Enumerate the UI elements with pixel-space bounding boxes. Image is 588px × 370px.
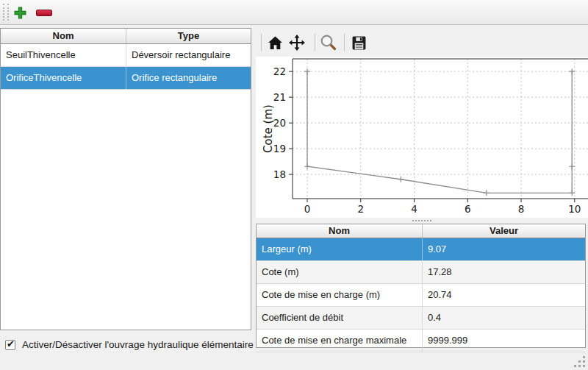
svg-text:22: 22 (273, 65, 286, 77)
param-row-cote-maximale[interactable]: Cote de mise en charge maximale 9999.999 (257, 330, 585, 352)
window-resize-grip[interactable] (574, 356, 586, 368)
param-row-largeur-selected[interactable]: Largeur (m) 9.07 (257, 238, 585, 261)
add-structure-button[interactable] (10, 3, 29, 22)
svg-text:21: 21 (273, 91, 286, 103)
zoom-button[interactable] (318, 32, 339, 53)
floppy-save-icon (351, 35, 367, 51)
cell-param-value[interactable]: 9999.999 (423, 330, 585, 352)
parameters-table-header: Nom Valeur (257, 224, 585, 238)
svg-text:8: 8 (518, 203, 525, 215)
svg-text:0: 0 (304, 203, 311, 215)
cell-nom[interactable]: SeuilThivencelle (1, 44, 126, 66)
structures-table-header: Nom Type (1, 29, 251, 44)
toolbar-drag-handle[interactable] (3, 4, 9, 21)
cell-param-name[interactable]: Cote de mise en charge (m) (257, 284, 423, 306)
y-axis-label: Cote (m) (262, 104, 275, 153)
cell-param-name[interactable]: Coefficient de débit (257, 307, 423, 329)
horizontal-splitter[interactable] (256, 218, 588, 224)
column-header-valeur: Valeur (423, 224, 585, 238)
svg-text:2: 2 (357, 203, 364, 215)
cell-param-name[interactable]: Cote (m) (257, 261, 423, 283)
minus-icon (36, 10, 52, 16)
home-icon (268, 35, 283, 51)
pan-button[interactable] (287, 32, 307, 53)
magnifier-icon (320, 34, 337, 51)
svg-text:20: 20 (273, 117, 286, 129)
pan-icon (288, 34, 306, 51)
svg-text:4: 4 (411, 203, 417, 215)
svg-text:19: 19 (273, 143, 286, 154)
param-row-coefficient[interactable]: Coefficient de débit 0.4 (257, 307, 585, 330)
svg-text:6: 6 (465, 203, 471, 215)
toolbar-separator (315, 34, 315, 51)
svg-text:18: 18 (273, 168, 286, 180)
activate-structure-row: Activer/Désactiver l'ouvrage hydraulique… (5, 339, 254, 350)
cell-param-value[interactable]: 9.07 (423, 238, 585, 260)
profile-plot: 18192021220246810 (256, 57, 588, 218)
toolbar-separator (261, 34, 262, 51)
main-toolbar (0, 0, 588, 25)
cell-param-name[interactable]: Largeur (m) (257, 238, 423, 260)
cell-nom[interactable]: OrificeThivencelle (1, 67, 126, 89)
param-row-cote-mise-en-charge[interactable]: Cote de mise en charge (m) 20.74 (257, 284, 585, 307)
param-row-cote[interactable]: Cote (m) 17.28 (257, 261, 585, 284)
splitter-grip-icon (412, 220, 431, 221)
svg-text:10: 10 (568, 203, 581, 215)
save-button[interactable] (348, 32, 369, 53)
cell-param-value[interactable]: 17.28 (423, 261, 585, 283)
column-header-nom: Nom (1, 29, 126, 43)
cell-param-name[interactable]: Cote de mise en charge maximale (257, 330, 423, 352)
plot-toolbar (256, 28, 588, 57)
table-row-seuil[interactable]: SeuilThivencelle Déversoir rectangulaire (1, 44, 251, 67)
structures-table: Nom Type SeuilThivencelle Déversoir rect… (0, 28, 251, 330)
table-row-orifice-selected[interactable]: OrificeThivencelle Orifice rectangulaire (1, 67, 251, 90)
cell-param-value[interactable]: 0.4 (423, 307, 585, 329)
column-header-type: Type (126, 29, 251, 43)
plus-icon (14, 7, 26, 19)
cell-type[interactable]: Orifice rectangulaire (126, 67, 251, 89)
remove-structure-button[interactable] (35, 3, 54, 22)
profile-chart-canvas[interactable]: Cote (m) 18192021220246810 (256, 57, 588, 218)
cell-type[interactable]: Déversoir rectangulaire (126, 44, 251, 66)
home-button[interactable] (265, 32, 285, 53)
activate-structure-label: Activer/Désactiver l'ouvrage hydraulique… (22, 339, 254, 350)
parameters-table: Nom Valeur Largeur (m) 9.07 Cote (m) 17.… (256, 224, 586, 348)
activate-structure-checkbox[interactable] (5, 340, 15, 350)
toolbar-separator (344, 34, 345, 51)
cell-param-value[interactable]: 20.74 (423, 284, 585, 306)
column-header-nom: Nom (257, 224, 423, 238)
